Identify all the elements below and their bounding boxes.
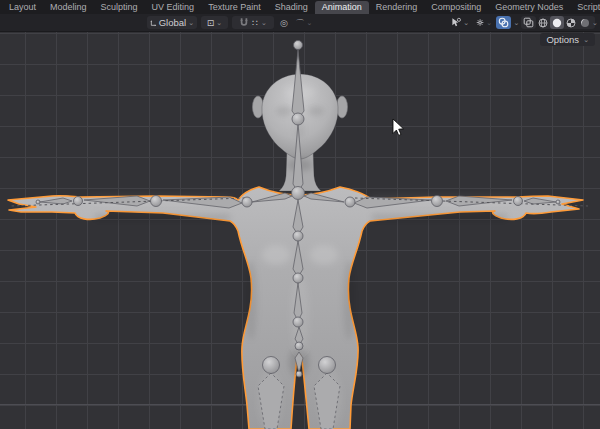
chevron-down-icon: ⌄	[583, 37, 589, 43]
tab-compositing[interactable]: Compositing	[424, 1, 488, 14]
proportional-falloff-dropdown[interactable]: ⌒ ⌄	[292, 16, 316, 29]
tab-texture-paint[interactable]: Texture Paint	[201, 1, 268, 14]
tab-uv-editing[interactable]: UV Editing	[145, 1, 202, 14]
tab-animation[interactable]: Animation	[315, 1, 369, 14]
wireframe-shading-icon	[538, 18, 548, 28]
tab-rendering[interactable]: Rendering	[369, 1, 425, 14]
viewport-options-dropdown[interactable]: Options ⌄	[540, 33, 595, 46]
xray-icon	[523, 17, 534, 28]
shading-mode-group: ⌄	[539, 16, 595, 29]
viewport-canvas[interactable]: Options ⌄	[0, 31, 600, 429]
overlays-icon	[498, 17, 509, 28]
viewport-header: Global ⌄ ⊡ ⌄ ∷ ⌄ ◎ ⌒ ⌄	[0, 14, 600, 32]
snap-with-icon[interactable]: ∷	[252, 18, 258, 28]
orientation-label: Global	[159, 17, 186, 28]
tab-shading[interactable]: Shading	[268, 1, 315, 14]
shading-material-button[interactable]	[564, 16, 578, 29]
solid-shading-icon	[552, 18, 562, 28]
chevron-down-icon[interactable]: ⌄	[261, 20, 267, 26]
shading-wireframe-button[interactable]	[536, 16, 550, 29]
tab-geometry-nodes[interactable]: Geometry Nodes	[488, 1, 570, 14]
shading-rendered-button[interactable]	[578, 16, 592, 29]
chevron-down-icon: ⌄	[486, 20, 492, 26]
tab-scripting[interactable]: Scripting	[570, 1, 600, 14]
proportional-editing-toggle[interactable]: ◎	[277, 16, 291, 29]
options-label: Options	[546, 34, 579, 45]
toggle-xray-button[interactable]	[521, 16, 536, 29]
transform-orientation-dropdown[interactable]: Global ⌄	[147, 16, 197, 29]
shading-solid-button[interactable]	[550, 16, 564, 29]
material-preview-shading-icon	[566, 18, 576, 28]
orientation-axes-icon	[150, 18, 157, 28]
pivot-point-icon: ⊡	[207, 18, 215, 28]
chevron-down-icon: ⌄	[188, 20, 194, 26]
chevron-down-icon[interactable]: ⌄	[592, 20, 598, 26]
object-type-visibility-dropdown[interactable]: ⌄	[448, 16, 472, 29]
snap-magnet-icon[interactable]	[239, 17, 249, 28]
proportional-editing-icon: ◎	[280, 18, 288, 28]
blender-window: Layout Modeling Sculpting UV Editing Tex…	[0, 0, 600, 429]
topbar: Layout Modeling Sculpting UV Editing Tex…	[0, 0, 600, 14]
mouse-cursor	[393, 119, 403, 135]
chevron-down-icon: ⌄	[307, 20, 313, 26]
workspace-tabs: Layout Modeling Sculpting UV Editing Tex…	[0, 0, 600, 14]
show-overlays-toggle[interactable]: ⌄	[496, 16, 519, 29]
show-gizmo-toggle[interactable]: ⌄	[473, 16, 495, 29]
rendered-shading-icon	[580, 18, 590, 28]
chevron-down-icon: ⌄	[514, 20, 520, 26]
gizmo-icon	[476, 17, 484, 28]
viewport-scene	[0, 31, 600, 429]
armature-bones[interactable]	[10, 41, 588, 429]
tab-modeling[interactable]: Modeling	[43, 1, 94, 14]
character-mesh[interactable]	[8, 74, 583, 429]
chevron-down-icon: ⌄	[216, 20, 222, 26]
falloff-curve-icon: ⌒	[296, 18, 305, 28]
tab-layout[interactable]: Layout	[2, 1, 43, 14]
pivot-point-dropdown[interactable]: ⊡ ⌄	[201, 16, 228, 29]
object-visibility-icon	[451, 17, 461, 28]
overlays-active-highlight	[496, 16, 511, 29]
tab-sculpting[interactable]: Sculpting	[94, 1, 145, 14]
chevron-down-icon: ⌄	[463, 20, 469, 26]
snapping-group: ∷ ⌄	[232, 16, 274, 29]
